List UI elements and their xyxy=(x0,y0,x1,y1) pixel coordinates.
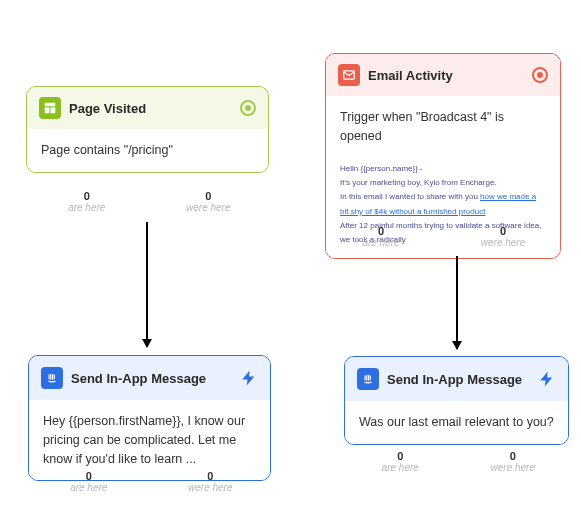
stat-count: 0 xyxy=(150,470,272,482)
node-stats: 0are here 0were here xyxy=(344,450,569,473)
svg-rect-6 xyxy=(50,374,51,380)
stat-label: are here xyxy=(344,462,457,473)
stat-label: were here xyxy=(150,482,272,493)
node-body: Hey {{person.firstName}}, I know our pri… xyxy=(29,400,270,480)
node-stats: 0are here 0were here xyxy=(28,470,271,493)
node-header: Page Visited xyxy=(27,87,268,129)
node-title: Email Activity xyxy=(368,68,524,83)
preview-line: In this email I wanted to share with you… xyxy=(340,190,546,219)
stat-count: 0 xyxy=(442,225,564,237)
target-icon xyxy=(240,100,256,116)
svg-rect-5 xyxy=(49,375,50,380)
stat-label: were here xyxy=(442,237,564,248)
flow-arrow xyxy=(146,222,148,347)
svg-rect-7 xyxy=(52,374,53,380)
svg-rect-13 xyxy=(370,376,371,381)
bolt-icon xyxy=(538,370,556,388)
target-icon xyxy=(532,67,548,83)
preview-line: It's your marketing boy, Kylo from Encha… xyxy=(340,176,546,190)
stat-label: were here xyxy=(148,202,270,213)
node-title: Send In-App Message xyxy=(71,371,232,386)
node-send-in-app-2[interactable]: Send In-App Message Was our last email r… xyxy=(344,356,569,445)
flow-arrow xyxy=(456,256,458,349)
stat-label: are here xyxy=(26,202,148,213)
svg-rect-12 xyxy=(368,375,369,381)
node-body: Page contains "/pricing" xyxy=(27,129,268,172)
node-stats: 0are here 0were here xyxy=(320,225,564,248)
node-page-visited[interactable]: Page Visited Page contains "/pricing" xyxy=(26,86,269,173)
svg-rect-10 xyxy=(365,376,366,381)
stat-label: are here xyxy=(320,237,442,248)
node-header: Send In-App Message xyxy=(29,356,270,400)
svg-rect-1 xyxy=(45,107,50,113)
stat-label: were here xyxy=(457,462,570,473)
node-send-in-app-1[interactable]: Send In-App Message Hey {{person.firstNa… xyxy=(28,355,271,481)
stat-count: 0 xyxy=(148,190,270,202)
stat-count: 0 xyxy=(457,450,570,462)
intercom-icon xyxy=(41,367,63,389)
svg-rect-11 xyxy=(366,375,367,381)
node-body: Was our last email relevant to you? xyxy=(345,401,568,444)
node-header: Send In-App Message xyxy=(345,357,568,401)
svg-rect-8 xyxy=(54,375,55,380)
node-header: Email Activity xyxy=(326,54,560,96)
svg-rect-0 xyxy=(45,103,56,107)
stat-count: 0 xyxy=(344,450,457,462)
stat-count: 0 xyxy=(26,190,148,202)
stat-count: 0 xyxy=(320,225,442,237)
bolt-icon xyxy=(240,369,258,387)
node-title: Page Visited xyxy=(69,101,232,116)
intercom-icon xyxy=(357,368,379,390)
node-title: Send In-App Message xyxy=(387,372,530,387)
node-body: Trigger when "Broadcast 4" is opened xyxy=(326,96,560,158)
mail-icon xyxy=(338,64,360,86)
stat-label: are here xyxy=(28,482,150,493)
node-stats: 0are here 0were here xyxy=(26,190,269,213)
stat-count: 0 xyxy=(28,470,150,482)
svg-rect-2 xyxy=(51,107,56,113)
preview-line: Helln {{person.name}} - xyxy=(340,162,546,176)
layout-icon xyxy=(39,97,61,119)
